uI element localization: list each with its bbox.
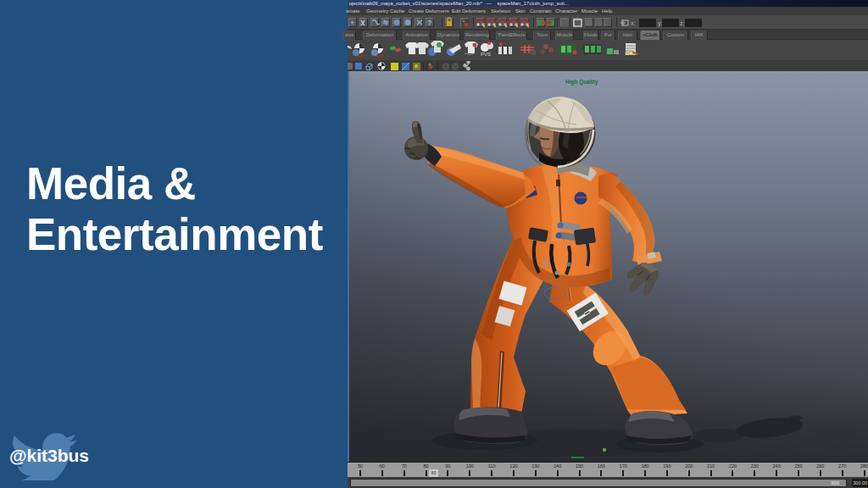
svg-text:y:: y: xyxy=(658,20,663,27)
svg-text:+: + xyxy=(350,19,354,27)
svg-text:z:: z: xyxy=(680,20,685,26)
svg-text:?: ? xyxy=(427,19,432,27)
svg-text::: : xyxy=(604,19,606,27)
svg-text:x:: x: xyxy=(631,20,636,26)
svg-text:High Quality: High Quality xyxy=(565,79,598,86)
svg-text:PVS: PVS xyxy=(481,52,491,57)
